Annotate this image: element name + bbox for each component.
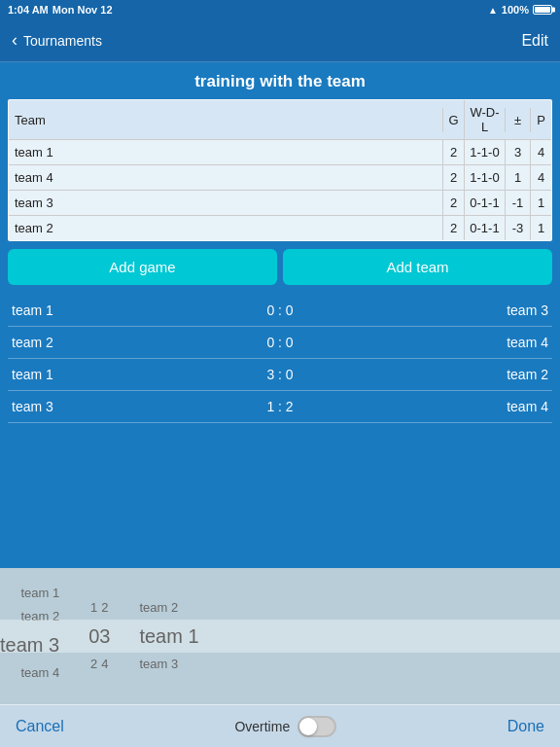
team-p: 4: [530, 140, 551, 164]
nav-bar: ‹ Tournaments Edit: [0, 19, 560, 62]
game-team-right: team 2: [319, 367, 548, 382]
picker-score-selected-left: 0: [88, 621, 99, 652]
bottom-overlay: team 1 team 2 team 3 team 4 1 0 2 2 3 4 …: [0, 568, 560, 747]
game-row[interactable]: team 3 1 : 2 team 4: [8, 391, 552, 423]
standings-row: team 1 2 1-1-0 3 4: [9, 140, 551, 165]
game-team-left: team 1: [12, 367, 241, 382]
picker-teams-right: team 2 team 1 team 3: [110, 591, 198, 681]
team-p: 1: [530, 216, 551, 240]
add-game-button[interactable]: Add game: [8, 249, 277, 285]
status-time: 1:04 AM Mon Nov 12: [8, 4, 113, 16]
standings-row: team 2 2 0-1-1 -3 1: [9, 216, 551, 240]
edit-button[interactable]: Edit: [521, 32, 548, 50]
game-team-left: team 1: [12, 302, 241, 318]
game-score: 0 : 0: [241, 335, 319, 350]
standings-header-row: Team G W-D-L ± P: [9, 100, 551, 140]
standings-row: team 4 2 1-1-0 1 4: [9, 165, 551, 191]
toggle-knob: [299, 718, 317, 735]
team-pm: -1: [505, 191, 530, 215]
picker-score-item: 1: [90, 597, 97, 619]
picker-score-selected-right: 3: [99, 621, 110, 652]
time-label: 1:04 AM: [8, 4, 49, 16]
game-score: 0 : 0: [241, 302, 319, 318]
team-wdl: 1-1-0: [464, 140, 505, 164]
team-pm: 3: [505, 140, 530, 164]
standings-row: team 3 2 0-1-1 -1 1: [9, 191, 551, 216]
picker-team-item: team 4: [20, 662, 59, 684]
game-row[interactable]: team 1 3 : 0 team 2: [8, 359, 552, 391]
team-name: team 2: [9, 216, 442, 240]
team-wdl: 0-1-1: [464, 216, 505, 240]
team-name: team 3: [9, 191, 442, 215]
team-pm: -3: [505, 216, 530, 240]
status-icons: ▲ 100%: [488, 4, 552, 16]
back-label: Tournaments: [23, 33, 102, 49]
picker-teams-left: team 1 team 2 team 3 team 4: [0, 583, 88, 691]
picker-score-left: 1 0 2: [88, 591, 99, 681]
action-buttons: Add game Add team: [8, 249, 552, 285]
col-team-header: Team: [9, 108, 442, 132]
score-picker[interactable]: team 1 team 2 team 3 team 4 1 0 2 2 3 4 …: [0, 568, 560, 704]
team-g: 2: [442, 191, 464, 215]
team-wdl: 1-1-0: [464, 165, 505, 190]
game-team-right: team 4: [319, 399, 548, 414]
chevron-left-icon: ‹: [12, 30, 18, 51]
picker-team-selected-left: team 3: [0, 629, 59, 660]
team-g: 2: [442, 165, 464, 190]
battery-icon: [533, 5, 552, 15]
picker-score-right: 2 3 4: [99, 591, 110, 681]
picker-team-selected-right: team 1: [139, 621, 198, 652]
picker-team-item: team 1: [20, 583, 59, 604]
picker-score-item: 2: [101, 597, 108, 619]
team-p: 1: [530, 191, 551, 215]
team-p: 4: [530, 165, 551, 190]
team-name: team 1: [9, 140, 442, 164]
team-g: 2: [442, 216, 464, 240]
cancel-button[interactable]: Cancel: [16, 718, 64, 735]
col-pm-header: ±: [505, 108, 530, 132]
battery-percent: 100%: [502, 4, 529, 16]
game-row[interactable]: team 1 0 : 0 team 3: [8, 295, 552, 327]
done-button[interactable]: Done: [508, 718, 544, 735]
game-team-left: team 3: [12, 399, 241, 414]
game-team-right: team 3: [319, 302, 548, 318]
game-team-left: team 2: [12, 335, 241, 350]
back-button[interactable]: ‹ Tournaments: [12, 30, 102, 51]
team-pm: 1: [505, 165, 530, 190]
game-team-right: team 4: [319, 335, 548, 350]
col-g-header: G: [442, 108, 464, 132]
bottom-bar: Cancel Overtime Done: [0, 704, 560, 747]
overtime-label: Overtime: [234, 719, 290, 734]
games-list: team 1 0 : 0 team 3 team 2 0 : 0 team 4 …: [8, 295, 552, 423]
game-score: 1 : 2: [241, 399, 319, 414]
overtime-toggle[interactable]: [298, 716, 336, 737]
picker-score-item: 4: [101, 654, 108, 675]
team-g: 2: [442, 140, 464, 164]
picker-score-item: 2: [90, 654, 97, 675]
col-p-header: P: [530, 108, 551, 132]
game-row[interactable]: team 2 0 : 0 team 4: [8, 327, 552, 359]
picker-team-item: team 2: [139, 597, 178, 619]
team-name: team 4: [9, 165, 442, 190]
picker-team-item: team 3: [139, 654, 178, 675]
team-wdl: 0-1-1: [464, 191, 505, 215]
col-wdl-header: W-D-L: [464, 100, 505, 139]
page-title: training with the team: [0, 62, 560, 99]
status-bar: 1:04 AM Mon Nov 12 ▲ 100%: [0, 0, 560, 19]
add-team-button[interactable]: Add team: [283, 249, 552, 285]
status-date-label: Mon Nov 12: [52, 4, 113, 16]
game-score: 3 : 0: [241, 367, 319, 382]
wifi-icon: ▲: [488, 5, 498, 16]
standings-table: Team G W-D-L ± P team 1 2 1-1-0 3 4 team…: [8, 99, 552, 241]
picker-team-item: team 2: [20, 606, 59, 627]
overtime-control: Overtime: [234, 716, 336, 737]
